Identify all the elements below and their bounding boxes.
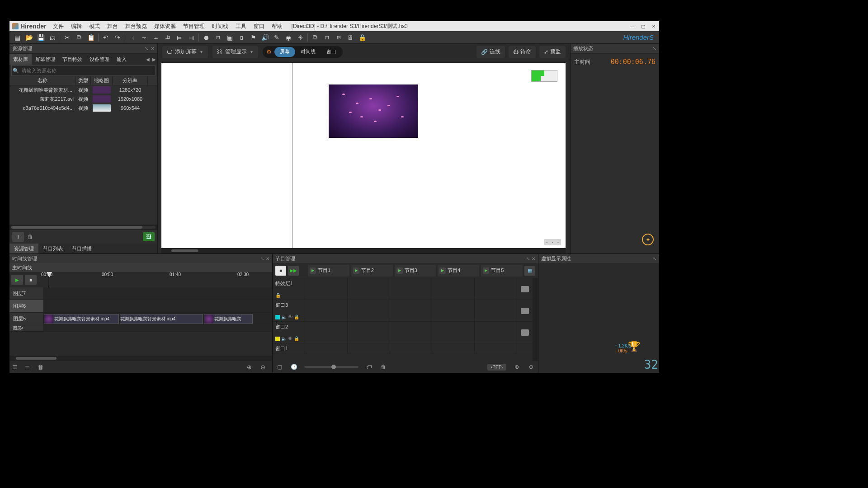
- stage-hscroll[interactable]: [161, 248, 566, 253]
- timeline-track[interactable]: 图层6: [9, 300, 272, 313]
- col-thumb[interactable]: 缩略图: [91, 76, 113, 85]
- program-row[interactable]: 特效层1 🔒: [273, 278, 533, 300]
- alpha-icon[interactable]: α: [236, 32, 247, 43]
- preview-clip[interactable]: [329, 84, 418, 138]
- speaker-icon[interactable]: 🔈: [281, 314, 287, 319]
- menu-program[interactable]: 节目管理: [179, 21, 208, 31]
- opacity-slider[interactable]: [304, 366, 359, 368]
- zoom-in-icon[interactable]: ⊕: [513, 364, 521, 370]
- monitor-icon[interactable]: 🖥: [344, 32, 356, 43]
- zoom-in-icon[interactable]: ⊕: [247, 364, 256, 371]
- pen-icon[interactable]: ✎: [271, 32, 283, 43]
- program-tab[interactable]: ▶节目1: [308, 265, 349, 277]
- lock-icon[interactable]: 🔒: [294, 314, 299, 319]
- add-asset-button[interactable]: +: [12, 232, 24, 242]
- lock-icon[interactable]: 🔒: [294, 336, 299, 341]
- program-row[interactable]: 窗口2 🔈👁🔒: [273, 322, 533, 343]
- track-label[interactable]: 图层4: [9, 325, 44, 331]
- save-button[interactable]: 💾: [35, 32, 47, 43]
- copy-button[interactable]: ⧉: [73, 32, 85, 43]
- play-button[interactable]: ▶: [11, 275, 23, 285]
- trash-icon[interactable]: 🗑: [379, 364, 387, 370]
- menu-timeline[interactable]: 时间线: [208, 21, 232, 31]
- tabs-prev-icon[interactable]: ◀: [145, 57, 151, 62]
- tab-assets[interactable]: 素材库: [9, 54, 32, 65]
- menu-tools[interactable]: 工具: [232, 21, 250, 31]
- stage-minimap[interactable]: [531, 70, 557, 82]
- camera-icon[interactable]: ◉: [283, 32, 294, 43]
- align-right-icon[interactable]: ⫠: [150, 32, 162, 43]
- panel-pin-icon[interactable]: ⤡: [145, 46, 149, 52]
- menu-media[interactable]: 媒体资源: [151, 21, 179, 31]
- timeline-clip[interactable]: 花瓣飘落唯美背景素材.mp4: [44, 314, 119, 324]
- gear-icon[interactable]: ⚙: [264, 47, 274, 57]
- stop-button[interactable]: ■: [25, 275, 37, 285]
- asset-row[interactable]: 茉莉花2017.avi 视频 868x488: [9, 94, 157, 103]
- color-chip[interactable]: [275, 315, 280, 319]
- program-play-button[interactable]: ▶▶: [288, 266, 299, 276]
- pin-icon[interactable]: ⤡: [260, 256, 264, 261]
- close-icon[interactable]: ✕: [532, 256, 535, 261]
- asset-hscroll[interactable]: [9, 225, 157, 230]
- menu-file[interactable]: 文件: [49, 21, 67, 31]
- program-tab[interactable]: ▶节目5: [481, 265, 523, 277]
- close-button[interactable]: ✕: [648, 21, 659, 31]
- timeline-track[interactable]: 图层4: [9, 325, 272, 332]
- pin-icon[interactable]: ⤡: [652, 46, 656, 52]
- delete-asset-button[interactable]: 🗑: [28, 234, 36, 240]
- pin-icon[interactable]: ⤡: [653, 256, 656, 261]
- align-vcenter-icon[interactable]: ⫢: [174, 32, 185, 43]
- timeline-clip[interactable]: 花瓣飘落唯美背景素材.mp4: [120, 314, 203, 324]
- close-icon[interactable]: ✕: [266, 256, 269, 261]
- tab-input[interactable]: 输入: [113, 54, 130, 65]
- program-row[interactable]: 窗口1: [273, 343, 533, 353]
- eye-icon[interactable]: 👁: [288, 336, 292, 341]
- tab-screens[interactable]: 屏幕管理: [32, 54, 59, 65]
- saveas-button[interactable]: 🗂: [47, 32, 58, 43]
- clock-icon[interactable]: 🕐: [290, 364, 298, 370]
- tab-effects[interactable]: 节目特效: [59, 54, 86, 65]
- btab-resource[interactable]: 资源管理: [9, 244, 38, 253]
- warning-badge-icon[interactable]: ✦: [642, 234, 654, 245]
- redo-button[interactable]: ↷: [112, 32, 123, 43]
- align-bottom-icon[interactable]: ⫣: [185, 32, 197, 43]
- canvas-zoom-controls[interactable]: −•+: [544, 239, 561, 245]
- menu-help[interactable]: 帮助: [268, 21, 286, 31]
- pin-icon[interactable]: ⤡: [526, 256, 530, 261]
- list-icon[interactable]: ≣: [25, 364, 34, 371]
- panel-close-icon[interactable]: ✕: [151, 46, 155, 52]
- layers-icon[interactable]: ☰: [12, 364, 21, 371]
- undo-button[interactable]: ↶: [100, 32, 112, 43]
- new-button[interactable]: ▤: [11, 32, 23, 43]
- paste-button[interactable]: 📋: [85, 32, 97, 43]
- mask-icon[interactable]: ▣: [224, 32, 236, 43]
- tab-devices[interactable]: 设备管理: [86, 54, 113, 65]
- row-toggle-button[interactable]: [521, 308, 529, 314]
- lock-icon[interactable]: 🔒: [275, 293, 281, 298]
- eye-icon[interactable]: 👁: [288, 314, 292, 319]
- crop-icon[interactable]: ⧈: [212, 32, 224, 43]
- view-screen[interactable]: 屏幕: [274, 47, 295, 57]
- audio-icon[interactable]: 🔊: [259, 32, 271, 43]
- window1-icon[interactable]: ⧉: [309, 32, 321, 43]
- screen-icon[interactable]: ▢: [275, 364, 283, 370]
- marker-icon[interactable]: ⚑: [247, 32, 259, 43]
- btab-program-list[interactable]: 节目列表: [38, 244, 67, 253]
- color-chip[interactable]: [275, 337, 280, 341]
- col-name[interactable]: 名称: [9, 76, 75, 85]
- lock-icon[interactable]: 🔒: [356, 32, 368, 43]
- open-button[interactable]: 📂: [23, 32, 35, 43]
- timeline-ruler[interactable]: 00:00 00:50 01:40 02:30: [38, 272, 272, 287]
- asset-row[interactable]: 花瓣飘落唯美背景素材.... 视频 1280x720: [9, 85, 157, 94]
- zoom-out-icon[interactable]: ⊖: [260, 364, 269, 371]
- link-button[interactable]: 🔗连线: [476, 46, 505, 58]
- view-window[interactable]: 窗口: [321, 47, 342, 57]
- btab-program-insert[interactable]: 节目插播: [67, 244, 96, 253]
- preview-button[interactable]: ⤢预监: [539, 46, 566, 58]
- align-hcenter-icon[interactable]: ⫟: [138, 32, 150, 43]
- tag-icon[interactable]: 🏷: [365, 364, 373, 370]
- grid-mode-button[interactable]: ▦: [524, 266, 535, 276]
- timeline-clip[interactable]: 花瓣飘落唯美: [204, 314, 253, 324]
- timeline-hscroll[interactable]: [9, 356, 272, 361]
- program-tab[interactable]: ▶节目3: [395, 265, 436, 277]
